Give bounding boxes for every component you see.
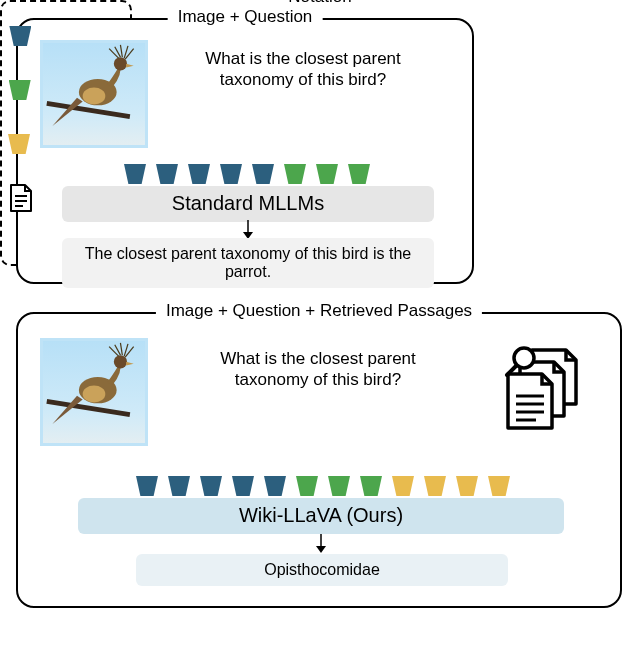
document-icon xyxy=(8,183,34,213)
svg-line-18 xyxy=(120,343,122,355)
svg-line-13 xyxy=(47,401,130,414)
panel-standard-title: Image + Question xyxy=(168,7,323,27)
visual-token-icon xyxy=(124,164,146,184)
textual-token-icon xyxy=(316,164,338,184)
visual-token-icon xyxy=(156,164,178,184)
notation-title: Notation xyxy=(278,0,361,7)
visual-token-icon xyxy=(136,476,158,496)
model-box-wiki: Wiki-LLaVA (Ours) xyxy=(78,498,564,534)
svg-point-2 xyxy=(83,87,106,104)
visual-token-icon xyxy=(220,164,242,184)
retrieval-token-icon xyxy=(488,476,510,496)
model-box-standard: Standard MLLMs xyxy=(62,186,434,222)
svg-point-3 xyxy=(114,57,127,70)
token-row-wiki xyxy=(136,476,510,496)
arrow-down-icon xyxy=(240,220,256,240)
visual-token-icon xyxy=(188,164,210,184)
output-wiki: Opisthocomidae xyxy=(136,554,508,586)
textual-token-icon xyxy=(348,164,370,184)
textual-token-icon xyxy=(328,476,350,496)
svg-line-0 xyxy=(47,103,130,116)
svg-point-16 xyxy=(114,355,127,368)
retrieval-token-icon xyxy=(392,476,414,496)
panel-standard: Image + Question xyxy=(16,18,474,284)
textual-token-icon xyxy=(296,476,318,496)
svg-point-15 xyxy=(83,385,106,402)
svg-line-5 xyxy=(120,45,122,57)
visual-token-icon xyxy=(200,476,222,496)
retrieved-docs-icon xyxy=(502,344,590,434)
token-row-standard xyxy=(124,164,370,184)
visual-token-icon xyxy=(232,476,254,496)
textual-token-icon xyxy=(9,80,31,100)
input-image xyxy=(40,338,148,446)
bird-image-icon xyxy=(43,341,145,443)
retrieval-token-icon xyxy=(424,476,446,496)
panel-wiki-title: Image + Question + Retrieved Passages xyxy=(156,301,482,321)
question-text: What is the closest parent taxonomy of t… xyxy=(188,48,418,91)
output-standard: The closest parent taxonomy of this bird… xyxy=(62,238,434,288)
arrow-down-icon xyxy=(313,534,329,554)
bird-image-icon xyxy=(43,43,145,145)
textual-token-icon xyxy=(284,164,306,184)
visual-token-icon xyxy=(168,476,190,496)
visual-token-icon xyxy=(252,164,274,184)
panel-wiki: Image + Question + Retrieved Passages xyxy=(16,312,622,608)
textual-token-icon xyxy=(360,476,382,496)
input-image xyxy=(40,40,148,148)
retrieval-token-icon xyxy=(456,476,478,496)
visual-token-icon xyxy=(9,26,31,46)
visual-token-icon xyxy=(264,476,286,496)
question-text: What is the closest parent taxonomy of t… xyxy=(203,348,433,391)
retrieval-token-icon xyxy=(8,134,30,154)
